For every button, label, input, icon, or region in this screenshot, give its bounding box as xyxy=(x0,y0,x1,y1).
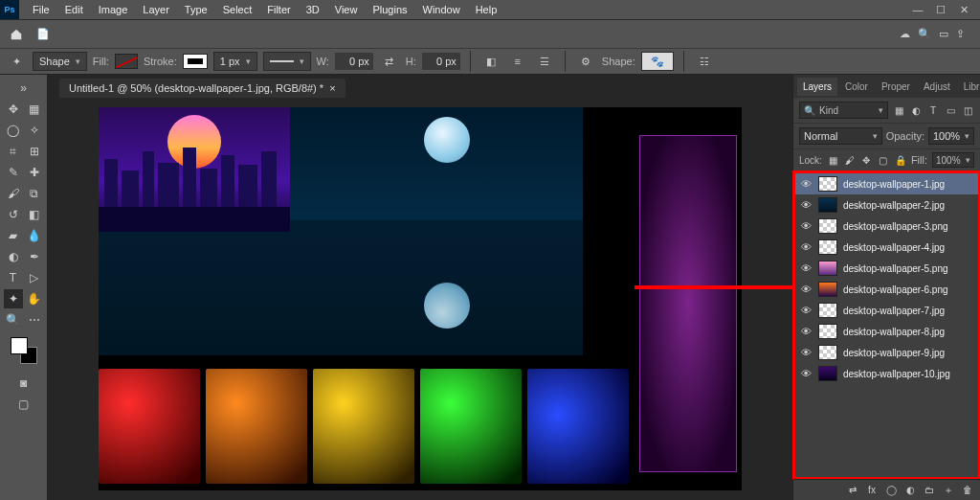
visibility-toggle-icon[interactable]: 👁 xyxy=(799,283,813,296)
visibility-toggle-icon[interactable]: 👁 xyxy=(799,261,813,275)
layer-thumbnail[interactable] xyxy=(818,303,837,318)
quick-select-tool[interactable]: ✧ xyxy=(25,121,44,140)
layer-thumbnail[interactable] xyxy=(818,239,837,255)
layer-name[interactable]: desktop-wallpaper-6.png xyxy=(843,284,948,295)
image-green-abstract[interactable] xyxy=(420,369,522,484)
path-ops-icon[interactable]: ◧ xyxy=(480,51,501,72)
hand-tool[interactable]: ✋ xyxy=(25,289,44,308)
menu-help[interactable]: Help xyxy=(470,2,503,17)
fill-swatch[interactable] xyxy=(115,54,138,69)
tab-layers[interactable]: Layers xyxy=(797,78,837,96)
move-tool[interactable]: ✥ xyxy=(4,100,23,119)
fill-opacity-field[interactable]: 100%▾ xyxy=(932,152,974,168)
layer-row[interactable]: 👁desktop-wallpaper-5.png xyxy=(793,258,980,279)
layer-row[interactable]: 👁desktop-wallpaper-4.jpg xyxy=(793,237,980,258)
link-wh-icon[interactable]: ⇄ xyxy=(379,51,400,72)
layer-name[interactable]: desktop-wallpaper-1.jpg xyxy=(843,179,945,190)
link-layers-icon[interactable]: ⇄ xyxy=(846,484,859,497)
screen-mode-icon[interactable]: ▢ xyxy=(14,395,33,414)
layer-row[interactable]: 👁desktop-wallpaper-1.jpg xyxy=(793,173,980,194)
crop-tool[interactable]: ⌗ xyxy=(4,142,23,161)
fx-icon[interactable]: fx xyxy=(865,484,879,497)
opacity-field[interactable]: 100%▾ xyxy=(928,127,974,145)
lock-position-icon[interactable]: ✥ xyxy=(860,153,873,167)
menu-plugins[interactable]: Plugins xyxy=(367,2,412,17)
layer-thumbnail[interactable] xyxy=(818,282,837,297)
width-field[interactable]: 0 px xyxy=(335,53,373,70)
history-brush-tool[interactable]: ↺ xyxy=(4,205,23,224)
menu-view[interactable]: View xyxy=(329,2,364,17)
quick-mask-icon[interactable]: ◙ xyxy=(14,374,33,393)
delete-layer-icon[interactable]: 🗑 xyxy=(961,484,974,497)
layer-thumbnail[interactable] xyxy=(818,218,837,234)
stroke-style-dropdown[interactable]: ▾ xyxy=(263,52,311,71)
artboard-tool[interactable]: ▦ xyxy=(25,100,44,119)
layer-name[interactable]: desktop-wallpaper-7.jpg xyxy=(843,306,945,316)
close-tab-icon[interactable]: × xyxy=(329,82,335,94)
menu-layer[interactable]: Layer xyxy=(137,2,175,17)
zoom-tool[interactable]: 🔍 xyxy=(4,310,23,330)
adjustment-layer-icon[interactable]: ◐ xyxy=(903,484,917,497)
layer-row[interactable]: 👁desktop-wallpaper-9.jpg xyxy=(793,342,980,363)
blend-mode-dropdown[interactable]: Normal▾ xyxy=(799,127,882,145)
layer-row[interactable]: 👁desktop-wallpaper-7.jpg xyxy=(793,300,980,321)
image-yellow-abstract[interactable] xyxy=(313,369,414,484)
cloud-icon[interactable]: ☁ xyxy=(900,28,910,40)
stroke-width-field[interactable]: 1 px▾ xyxy=(213,52,257,71)
dodge-tool[interactable]: ◐ xyxy=(4,247,23,266)
gradient-tool[interactable]: ▰ xyxy=(4,226,23,245)
filter-pixel-icon[interactable]: ▦ xyxy=(892,103,905,117)
group-icon[interactable]: 🗀 xyxy=(923,484,936,497)
layer-name[interactable]: desktop-wallpaper-8.jpg xyxy=(843,327,945,337)
minimize-button[interactable]: — xyxy=(911,4,924,16)
layer-row[interactable]: 👁desktop-wallpaper-2.jpg xyxy=(793,194,980,216)
foreground-background-colors[interactable] xyxy=(11,337,37,364)
pen-tool[interactable]: ✒ xyxy=(25,247,44,266)
layer-row[interactable]: 👁desktop-wallpaper-6.png xyxy=(793,279,980,300)
lasso-tool[interactable]: ◯ xyxy=(4,121,23,140)
home-button[interactable] xyxy=(6,24,27,45)
heal-tool[interactable]: ✚ xyxy=(25,163,44,182)
tab-adjustments[interactable]: Adjust xyxy=(918,78,956,96)
menu-file[interactable]: File xyxy=(27,2,56,17)
search-icon[interactable]: 🔍 xyxy=(918,28,931,40)
menu-window[interactable]: Window xyxy=(417,2,466,17)
visibility-toggle-icon[interactable]: 👁 xyxy=(799,198,813,212)
lock-artboard-icon[interactable]: ▢ xyxy=(878,153,890,167)
layer-thumbnail[interactable] xyxy=(818,176,837,192)
visibility-toggle-icon[interactable]: 👁 xyxy=(799,325,813,338)
stroke-swatch[interactable] xyxy=(183,54,208,69)
menu-filter[interactable]: Filter xyxy=(261,2,296,17)
layer-row[interactable]: 👁desktop-wallpaper-10.jpg xyxy=(793,363,980,384)
tab-properties[interactable]: Proper xyxy=(876,78,916,96)
layer-thumbnail[interactable] xyxy=(818,366,837,381)
blur-tool[interactable]: 💧 xyxy=(25,226,44,245)
canvas[interactable] xyxy=(99,107,742,490)
shape-mode-dropdown[interactable]: Shape▾ xyxy=(33,52,87,71)
menu-select[interactable]: Select xyxy=(217,2,258,17)
layer-thumbnail[interactable] xyxy=(818,261,837,276)
menu-edit[interactable]: Edit xyxy=(59,2,89,17)
eraser-tool[interactable]: ◧ xyxy=(25,205,44,224)
type-tool[interactable]: T xyxy=(4,268,23,287)
new-layer-icon[interactable]: ＋ xyxy=(942,484,955,497)
custom-shape-tool[interactable]: ✦ xyxy=(4,289,23,308)
lock-all-icon[interactable]: 🔒 xyxy=(894,153,906,167)
image-magenta-swirl[interactable] xyxy=(640,136,736,471)
image-orange-abstract[interactable] xyxy=(206,369,307,484)
tool-preset-icon[interactable]: ✦ xyxy=(6,51,27,72)
layer-row[interactable]: 👁desktop-wallpaper-8.jpg xyxy=(793,321,980,342)
document-tab[interactable]: Untitled-1 @ 50% (desktop-wallpaper-1.jp… xyxy=(59,79,345,98)
gear-icon[interactable]: ⚙ xyxy=(575,51,596,72)
align-edges-icon[interactable]: ☷ xyxy=(694,51,715,72)
mask-icon[interactable]: ◯ xyxy=(884,484,898,497)
height-field[interactable]: 0 px xyxy=(422,53,460,70)
lock-paint-icon[interactable]: 🖌 xyxy=(844,153,857,167)
path-select-tool[interactable]: ▷ xyxy=(25,268,44,287)
filter-adjust-icon[interactable]: ◐ xyxy=(909,103,923,117)
close-button[interactable]: ✕ xyxy=(957,4,970,16)
clone-tool[interactable]: ⧉ xyxy=(25,184,44,203)
layer-row[interactable]: 👁desktop-wallpaper-3.png xyxy=(793,216,980,237)
layer-name[interactable]: desktop-wallpaper-5.png xyxy=(843,263,948,274)
lock-pixels-icon[interactable]: ▦ xyxy=(827,153,839,167)
